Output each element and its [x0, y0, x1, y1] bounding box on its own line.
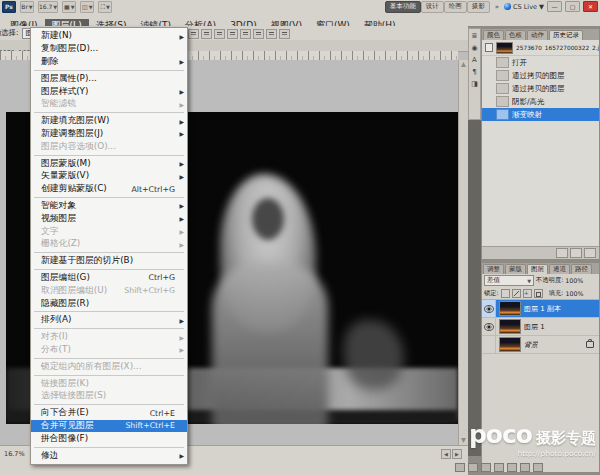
layer-menu-item[interactable]: 图层样式(Y)▶ — [31, 85, 187, 98]
visibility-toggle[interactable] — [482, 300, 496, 317]
layer-menu-item[interactable]: 视频图层▶ — [31, 212, 187, 225]
paragraph-panel-icon[interactable]: ¶ — [472, 68, 476, 76]
layer-menu-item[interactable]: 新建调整图层(J)▶ — [31, 128, 187, 141]
opacity-value[interactable]: 100% — [565, 277, 583, 284]
minimize-button[interactable]: — — [547, 1, 562, 12]
workspace-button[interactable]: 基本功能 — [385, 1, 421, 13]
panel-tab[interactable]: 图层 — [527, 264, 548, 274]
panel-tab[interactable]: 颜色 — [483, 30, 504, 40]
layer-menu-item[interactable]: 创建剪贴蒙版(C)Alt+Ctrl+G — [31, 183, 187, 196]
lock-transparency-icon[interactable] — [501, 289, 510, 298]
align-horizontal-centers-icon[interactable] — [240, 29, 251, 39]
status-zoom[interactable]: 16.7% — [4, 450, 25, 458]
clone-source-panel-icon[interactable]: ◉ — [471, 44, 477, 52]
layer-row[interactable]: 图层 1 副本 — [482, 300, 599, 318]
layer-menu-item: 分布(T)▶ — [31, 344, 187, 357]
new-layer-icon[interactable] — [520, 463, 530, 472]
close-button[interactable]: ✕ — [583, 1, 598, 12]
align-right-edges-icon[interactable] — [253, 29, 264, 39]
arrange-documents-icon[interactable]: ◫▼ — [80, 1, 94, 13]
align-left-edges-icon[interactable] — [227, 29, 238, 39]
blend-mode-dropdown[interactable]: 差值▼ — [484, 275, 534, 286]
character-panel-icon[interactable]: A — [472, 56, 477, 64]
add-layer-mask-icon[interactable] — [481, 463, 491, 472]
layer-menu-item[interactable]: 隐藏图层(R) — [31, 297, 187, 310]
delete-layer-icon[interactable] — [533, 463, 543, 472]
panel-tab[interactable]: 动作 — [527, 30, 548, 40]
panel-tab[interactable]: 色板 — [505, 30, 526, 40]
panel-tab[interactable]: 通道 — [549, 264, 570, 274]
menu-separator — [34, 269, 184, 270]
panel-tab[interactable]: 蒙版 — [505, 264, 526, 274]
history-state[interactable]: 阴影/高光 — [482, 95, 599, 108]
bridge-launcher-icon[interactable]: Br▼ — [20, 1, 34, 13]
layer-menu-item[interactable]: 向下合并(E)Ctrl+E — [31, 407, 187, 420]
brush-panel-icon[interactable]: ≣ — [472, 32, 478, 40]
menu-separator — [34, 70, 184, 71]
distribute-vertical-centers-icon[interactable] — [279, 29, 290, 39]
layer-menu-item[interactable]: 复制图层(D)... — [31, 43, 187, 56]
history-brush-source-icon[interactable] — [485, 43, 493, 52]
zoom-level-box[interactable]: 16.7▼ — [38, 1, 58, 13]
history-state-icon — [496, 83, 509, 94]
lock-position-icon[interactable] — [523, 289, 532, 298]
history-state[interactable]: 通过拷贝的图层 — [482, 69, 599, 82]
layer-menu-item[interactable]: 合并可见图层Shift+Ctrl+E — [31, 420, 187, 433]
layer-menu-item[interactable]: 新建填充图层(W)▶ — [31, 115, 187, 128]
layer-row[interactable]: 背景 — [482, 336, 599, 354]
snapshot-name: 2573670_165727000322_2.jpg — [516, 45, 599, 51]
layer-menu-item[interactable]: 新建(N)▶ — [31, 30, 187, 43]
layer-menu-item[interactable]: 新建基于图层的切片(B) — [31, 255, 187, 268]
distribute-top-edges-icon[interactable] — [266, 29, 277, 39]
collapsed-panels-strip: ≣◉A¶◨ — [468, 28, 481, 120]
scroll-left-icon[interactable]: ◀ — [441, 449, 451, 459]
photoshop-window: Ps Br▼ 16.7▼ ▦▼ ◫▼ ⛶▼ 基本功能设计绘画摄影 » CS Li… — [0, 0, 600, 475]
submenu-arrow-icon: ▶ — [179, 173, 184, 180]
menu-separator — [34, 447, 184, 448]
layer-menu-item[interactable]: 删除▶ — [31, 56, 187, 69]
adjustment-layer-icon[interactable] — [494, 463, 504, 472]
fill-value[interactable]: 100% — [565, 290, 583, 297]
align-vertical-centers-icon[interactable] — [201, 29, 212, 39]
history-state[interactable]: 打开 — [482, 56, 599, 69]
cs-live-button[interactable]: CS Live▼ — [504, 3, 544, 11]
workspace-button[interactable]: 摄影 — [467, 1, 490, 13]
layer-row[interactable]: 图层 1 — [482, 318, 599, 336]
visibility-toggle[interactable] — [482, 336, 496, 353]
layer-menu-item[interactable]: 拼合图像(F) — [31, 432, 187, 445]
lock-pixels-icon[interactable] — [512, 289, 521, 298]
layer-menu-item[interactable]: 图层蒙版(M)▶ — [31, 157, 187, 170]
masks-panel-icon[interactable]: ◨ — [471, 80, 478, 88]
layer-menu-item[interactable]: 修边▶ — [31, 449, 187, 462]
screen-mode-icon[interactable]: ⛶▼ — [98, 1, 112, 13]
visibility-toggle[interactable] — [482, 318, 496, 335]
panel-tab[interactable]: 路径 — [571, 264, 592, 274]
panel-tab[interactable]: 调整 — [483, 264, 504, 274]
layer-style-icon[interactable] — [468, 463, 478, 472]
view-extras-icon[interactable]: ▦▼ — [62, 1, 76, 13]
layer-menu-item[interactable]: 图层编组(G)Ctrl+G — [31, 272, 187, 285]
lock-all-icon[interactable] — [534, 289, 543, 298]
panel-dock: ≣◉A¶◨ 颜色色板动作历史记录 2573670_165727000322_2.… — [468, 26, 600, 475]
new-snapshot-icon[interactable] — [570, 248, 582, 258]
maximize-button[interactable]: ▢ — [565, 1, 580, 12]
align-bottom-edges-icon[interactable] — [214, 29, 225, 39]
scroll-right-icon[interactable]: ▶ — [452, 449, 462, 459]
align-top-edges-icon[interactable] — [188, 29, 199, 39]
more-workspaces-button[interactable]: » — [493, 3, 501, 11]
submenu-arrow-icon: ▶ — [179, 118, 184, 125]
layer-menu-item[interactable]: 图层属性(P)... — [31, 72, 187, 85]
new-document-from-state-icon[interactable] — [556, 248, 568, 258]
new-group-icon[interactable] — [507, 463, 517, 472]
layer-menu-item[interactable]: 智能对象▶ — [31, 200, 187, 213]
history-state[interactable]: 通过拷贝的图层 — [482, 82, 599, 95]
history-state[interactable]: 渐变映射 — [482, 108, 599, 121]
link-layers-icon[interactable] — [455, 463, 465, 472]
panel-tab[interactable]: 历史记录 — [549, 30, 583, 40]
workspace-button[interactable]: 设计 — [421, 1, 444, 13]
workspace-button[interactable]: 绘画 — [444, 1, 467, 13]
history-snapshot-row[interactable]: 2573670_165727000322_2.jpg — [482, 40, 599, 56]
layer-menu-item[interactable]: 矢量蒙版(V)▶ — [31, 170, 187, 183]
delete-state-icon[interactable] — [584, 248, 596, 258]
layer-menu-item[interactable]: 排列(A)▶ — [31, 314, 187, 327]
